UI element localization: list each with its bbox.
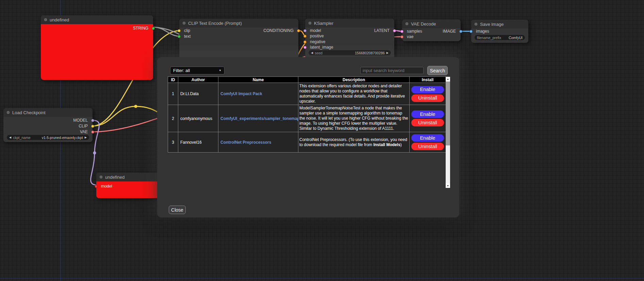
search-button[interactable]: Search xyxy=(427,66,448,75)
widget-label: seed xyxy=(315,51,323,55)
node-title-bar[interactable]: CLIP Text Encode (Prompt) xyxy=(179,19,298,28)
input-latent-image[interactable]: latent_image xyxy=(305,45,394,50)
node-title-bar[interactable]: VAE Decode xyxy=(402,19,461,28)
node-title: CLIP Text Encode (Prompt) xyxy=(188,21,242,26)
input-images[interactable]: images xyxy=(471,29,528,34)
node-title: KSampler xyxy=(314,21,333,26)
scroll-down-icon[interactable]: ▼ xyxy=(446,183,450,188)
node-collapse-dot[interactable] xyxy=(100,176,102,178)
widget-label: filename_prefix xyxy=(477,36,501,40)
node-title: VAE Decode xyxy=(411,21,436,27)
extension-link[interactable]: ControlNet Preprocessors xyxy=(220,140,271,145)
node-title-bar[interactable]: Load Checkpoint xyxy=(3,108,93,117)
enable-button[interactable]: Enable xyxy=(411,86,444,93)
search-input[interactable] xyxy=(360,67,424,74)
node-error-body xyxy=(41,24,153,80)
scrollbar-thumb[interactable] xyxy=(446,82,450,145)
widget-label: ckpt_name xyxy=(13,136,30,140)
extension-description: This extension offers various detector n… xyxy=(298,83,410,105)
left-arrow-icon[interactable]: ◀ xyxy=(9,136,11,139)
input-vae[interactable]: vae xyxy=(402,34,461,39)
input-text[interactable]: text xyxy=(179,34,298,39)
right-arrow-icon[interactable]: ▶ xyxy=(386,52,389,54)
table-row: 1 Dr.Lt.Data ComfyUI Impact Pack This ex… xyxy=(168,83,446,105)
node-collapse-dot[interactable] xyxy=(44,18,47,21)
latent-port-icon[interactable] xyxy=(393,29,396,32)
conditioning-port-icon[interactable] xyxy=(303,40,307,43)
table-header-row: ID Author Name Description Install xyxy=(168,77,446,83)
filter-select[interactable]: Filter: all ▼ xyxy=(170,67,225,74)
uninstall-button[interactable]: Uninstall xyxy=(411,143,444,150)
node-title: Save Image xyxy=(480,22,503,27)
node-clip-text-encode[interactable]: CLIP Text Encode (Prompt) clip text COND… xyxy=(179,19,298,59)
output-clip[interactable]: CLIP xyxy=(3,123,93,129)
table-scrollbar[interactable]: ▲ ▼ xyxy=(446,77,450,188)
node-ksampler[interactable]: KSampler model positive negative latent_… xyxy=(305,19,394,59)
extension-author: Fannovel16 xyxy=(178,132,218,153)
node-load-checkpoint[interactable]: Load Checkpoint MODEL CLIP VAE ◀ ckpt_na… xyxy=(3,108,93,142)
node-title: undefined xyxy=(50,17,69,22)
header-description: Description xyxy=(298,77,410,83)
extension-author: Dr.Lt.Data xyxy=(178,83,218,105)
image-port-icon[interactable] xyxy=(459,30,462,33)
table-row: 3 Fannovel16 ControlNet Preprocessors Co… xyxy=(168,132,446,153)
output-latent[interactable]: LATENT xyxy=(305,28,394,33)
output-image[interactable]: IMAGE xyxy=(402,29,461,34)
enable-button[interactable]: Enable xyxy=(411,134,444,142)
image-port-icon[interactable] xyxy=(469,30,473,33)
model-port-icon[interactable] xyxy=(91,119,94,122)
input-positive[interactable]: positive xyxy=(305,33,394,39)
node-save-image[interactable]: Save Image images filename_prefix ComfyU… xyxy=(471,20,528,43)
close-button[interactable]: Close xyxy=(169,206,186,214)
output-model[interactable]: MODEL xyxy=(3,118,93,123)
model-port-icon[interactable] xyxy=(95,185,98,188)
node-collapse-dot[interactable] xyxy=(406,22,408,25)
output-vae[interactable]: VAE xyxy=(3,129,93,135)
output-string[interactable]: STRING xyxy=(41,25,153,31)
ckpt-name-widget[interactable]: ◀ ckpt_name v1-5-pruned-emaonly.ckpt ▶ xyxy=(7,135,89,140)
reroute-dot-clip xyxy=(134,105,137,108)
enable-button[interactable]: Enable xyxy=(411,110,444,118)
canvas-axis-horizontal xyxy=(0,278,644,278)
extension-link[interactable]: ComfyUI Impact Pack xyxy=(220,91,262,96)
input-negative[interactable]: negative xyxy=(305,39,394,45)
node-collapse-dot[interactable] xyxy=(183,22,185,24)
node-undefined-top[interactable]: undefined STRING xyxy=(41,15,153,80)
filename-prefix-widget[interactable]: filename_prefix ComfyUI xyxy=(475,35,525,40)
header-install: Install xyxy=(410,77,446,83)
node-collapse-dot[interactable] xyxy=(309,22,311,24)
table-row: 2 comfyanonymous ComfyUI_experiments/sam… xyxy=(168,105,446,132)
node-title-bar[interactable]: KSampler xyxy=(305,19,394,28)
widget-value: 156680208700286 xyxy=(355,51,385,55)
node-collapse-dot[interactable] xyxy=(7,111,10,114)
string-port-icon[interactable] xyxy=(178,35,181,38)
vae-port-icon[interactable] xyxy=(91,130,94,134)
latent-port-icon[interactable] xyxy=(303,46,307,49)
left-arrow-icon[interactable]: ◀ xyxy=(311,52,313,54)
node-title-bar[interactable]: Save Image xyxy=(471,20,528,29)
scroll-up-icon[interactable]: ▲ xyxy=(446,77,450,81)
node-title: undefined xyxy=(105,175,125,180)
chevron-down-icon: ▼ xyxy=(219,69,221,72)
clip-port-icon[interactable] xyxy=(91,125,94,128)
conditioning-port-icon[interactable] xyxy=(297,29,300,32)
right-arrow-icon[interactable]: ▶ xyxy=(85,136,87,139)
extension-id: 3 xyxy=(168,132,178,153)
vae-port-icon[interactable] xyxy=(400,35,403,38)
node-vae-decode[interactable]: VAE Decode samples vae IMAGE xyxy=(402,19,461,41)
extension-link[interactable]: ComfyUI_experiments/sampler_tonemap xyxy=(220,116,298,121)
extensions-table: ID Author Name Description Install 1 Dr.… xyxy=(168,76,446,153)
extension-id: 1 xyxy=(168,83,178,105)
extension-description: ControlNet Preprocessors. (To use this e… xyxy=(298,132,410,153)
output-conditioning[interactable]: CONDITIONING xyxy=(179,28,298,33)
extension-id: 2 xyxy=(168,105,178,132)
node-collapse-dot[interactable] xyxy=(475,23,477,25)
uninstall-button[interactable]: Uninstall xyxy=(411,94,444,102)
node-title-bar[interactable]: undefined xyxy=(41,15,153,24)
string-port-icon[interactable] xyxy=(152,27,155,30)
header-id: ID xyxy=(168,77,178,83)
uninstall-button[interactable]: Uninstall xyxy=(411,119,444,126)
seed-widget[interactable]: ◀ seed 156680208700286 ▶ xyxy=(309,50,391,55)
wire-string-to-text-input xyxy=(153,27,180,36)
conditioning-port-icon[interactable] xyxy=(303,35,307,38)
